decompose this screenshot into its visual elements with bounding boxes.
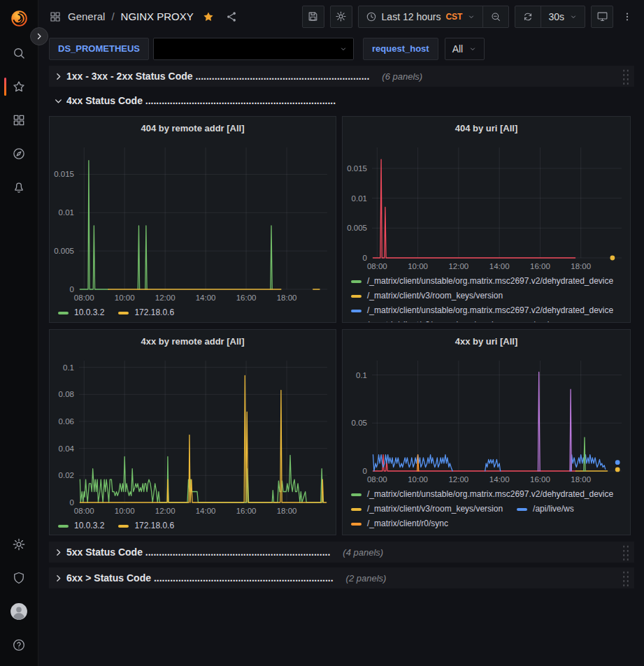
refresh-group: 30s	[515, 6, 585, 28]
svg-text:18:00: 18:00	[571, 262, 591, 270]
svg-text:08:00: 08:00	[74, 507, 94, 515]
svg-text:08:00: 08:00	[367, 262, 387, 270]
dashboard-title[interactable]: NGINX PROXY	[121, 10, 194, 22]
legend-label: /api/live/ws	[533, 502, 574, 516]
breadcrumb-section[interactable]: General	[68, 10, 105, 22]
refresh-icon	[522, 11, 534, 22]
legend-swatch	[351, 493, 362, 496]
row-title: 6xx > Status Code ......................…	[66, 572, 334, 584]
row-4xx[interactable]: 4xx Status Code ........................…	[49, 92, 634, 110]
legend-item[interactable]: /_matrix/client/v3/room_keys/version	[351, 289, 503, 303]
time-range-button[interactable]: Last 12 hours CST	[359, 6, 483, 27]
svg-text:16:00: 16:00	[530, 475, 550, 484]
chevron-right-icon	[53, 72, 63, 81]
legend-label: /_matrix/client/unstable/org.matrix.msc2…	[367, 303, 613, 318]
dashboard-content: 1xx - 3xx - 2xx Status Code ............…	[38, 64, 644, 588]
svg-text:14:00: 14:00	[196, 507, 216, 515]
legend-swatch	[118, 312, 129, 314]
legend-item[interactable]: /api/live/ws	[517, 502, 574, 516]
panel-title[interactable]: 404 by uri [All]	[343, 117, 630, 140]
refresh-interval-label: 30s	[548, 11, 564, 22]
datasource-variable-select[interactable]	[153, 38, 354, 60]
row-drag-handle[interactable]	[622, 544, 630, 561]
row-panel-count: (6 panels)	[382, 71, 422, 82]
timeseries-chart[interactable]: 00.0050.010.01508:0010:0012:0014:0016:00…	[50, 140, 336, 305]
svg-text:0: 0	[70, 498, 74, 507]
legend-item[interactable]: /_matrix/client/unstable/org.matrix.msc2…	[351, 487, 613, 502]
legend-item[interactable]: 172.18.0.6	[118, 519, 174, 533]
shield-icon[interactable]	[0, 561, 38, 595]
settings-icon[interactable]	[0, 528, 38, 561]
chevron-down-icon	[569, 13, 578, 21]
star-icon[interactable]	[0, 70, 38, 103]
refresh-interval-button[interactable]: 30s	[541, 6, 585, 27]
legend-item[interactable]: /_matrix/client/v3/room_keys/version	[351, 502, 503, 516]
dashboard-settings-button[interactable]	[330, 6, 352, 28]
svg-text:10:00: 10:00	[115, 294, 135, 302]
svg-text:0.1: 0.1	[356, 371, 367, 379]
svg-text:0.01: 0.01	[352, 194, 367, 203]
legend-item[interactable]: /_matrix/client/unstable/org.matrix.msc2…	[351, 274, 613, 289]
nav-actions: Last 12 hours CST 30s	[302, 6, 636, 28]
timezone-label: CST	[445, 12, 462, 22]
panel-404-by-uri: 404 by uri [All] 00.0050.010.01508:0010:…	[342, 116, 631, 323]
request-host-variable-select[interactable]: All	[445, 38, 485, 60]
row-panel-count: (4 panels)	[343, 547, 383, 558]
chart-legend: /_matrix/client/unstable/org.matrix.msc2…	[343, 486, 630, 535]
svg-text:0.005: 0.005	[54, 247, 74, 255]
svg-text:14:00: 14:00	[489, 475, 510, 484]
monitor-icon	[596, 10, 608, 22]
svg-text:12:00: 12:00	[155, 294, 176, 302]
legend-label: /_matrix/client/r0/sync	[367, 516, 448, 531]
svg-text:0.06: 0.06	[59, 417, 74, 426]
legend-item[interactable]: /sw.js	[517, 318, 553, 322]
row-1xx-3xx-2xx[interactable]: 1xx - 3xx - 2xx Status Code ............…	[49, 66, 634, 87]
legend-item[interactable]: /_matrix/client/r0/sync	[351, 516, 448, 531]
svg-text:0.01: 0.01	[59, 208, 74, 217]
row-drag-handle[interactable]	[622, 570, 630, 587]
row-5xx[interactable]: 5xx Status Code ........................…	[49, 542, 634, 563]
avatar[interactable]	[0, 595, 38, 628]
legend-item[interactable]: 10.0.3.2	[58, 305, 104, 320]
svg-text:18:00: 18:00	[277, 294, 297, 302]
svg-text:0.04: 0.04	[59, 444, 75, 453]
legend-item[interactable]: /_matrix/client/unstable/org.matrix.msc2…	[351, 303, 613, 318]
legend-label: 172.18.0.6	[134, 519, 174, 533]
panel-title[interactable]: 404 by remote addr [All]	[50, 117, 336, 140]
timeseries-chart[interactable]: 00.0050.010.01508:0010:0012:0014:0016:00…	[343, 140, 630, 273]
timeseries-chart[interactable]: 00.020.040.060.080.108:0010:0012:0014:00…	[50, 354, 336, 518]
svg-text:0.1: 0.1	[63, 363, 74, 372]
apps-icon[interactable]	[0, 103, 38, 137]
top-navigation: General / NGINX PROXY Last 12 hours CS	[38, 0, 644, 33]
kebab-menu-button[interactable]	[619, 6, 636, 28]
row-title: 1xx - 3xx - 2xx Status Code ............…	[66, 71, 369, 82]
svg-text:0.015: 0.015	[54, 170, 74, 178]
chart-legend: 10.0.3.2172.18.0.6	[50, 305, 336, 322]
zoom-out-button[interactable]	[482, 6, 508, 27]
legend-item[interactable]: /_matrix/client/v3/room_keys/version	[351, 318, 503, 322]
legend-item[interactable]: /_matrix/client/unstable/org.matrix.msc2…	[351, 531, 613, 535]
datasource-variable-label[interactable]: DS_PROMETHEUS	[49, 38, 149, 60]
request-host-variable-value: All	[452, 43, 464, 55]
sidebar-expand-button[interactable]	[30, 27, 48, 45]
explore-icon[interactable]	[0, 137, 38, 171]
tv-mode-button[interactable]	[591, 6, 613, 28]
save-dashboard-button[interactable]	[302, 6, 324, 28]
refresh-button[interactable]	[515, 6, 541, 27]
legend-item[interactable]: 172.18.0.6	[118, 305, 174, 320]
request-host-variable-label[interactable]: request_host	[363, 38, 438, 60]
legend-item[interactable]: 10.0.3.2	[58, 519, 104, 533]
panel-title[interactable]: 4xx by remote addr [All]	[50, 330, 336, 354]
dashboards-grid-icon[interactable]	[49, 10, 62, 23]
favorite-star-icon[interactable]	[202, 10, 215, 23]
share-icon[interactable]	[225, 10, 238, 23]
timeseries-chart[interactable]: 00.050.108:0010:0012:0014:0016:0018:00	[343, 354, 630, 486]
help-icon[interactable]	[0, 628, 38, 662]
row-6xx[interactable]: 6xx > Status Code ......................…	[49, 567, 634, 588]
panel-4xx-by-uri: 4xx by uri [All] 00.050.108:0010:0012:00…	[342, 329, 631, 535]
panel-title[interactable]: 4xx by uri [All]	[343, 330, 630, 354]
alerting-icon[interactable]	[0, 171, 38, 204]
chevron-right-icon	[53, 574, 63, 583]
row-drag-handle[interactable]	[622, 68, 630, 85]
legend-swatch	[351, 295, 362, 298]
